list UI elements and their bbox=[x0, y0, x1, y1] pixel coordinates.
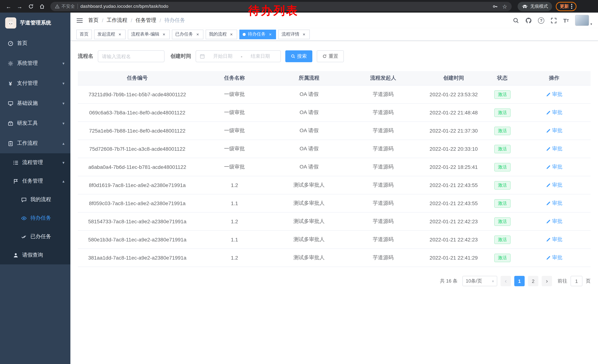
cell-id: 58154733-7ac8-11ec-a9e2-a2380e71991a bbox=[78, 212, 197, 230]
sidebar-item-process-management[interactable]: 流程管理 bbox=[0, 153, 70, 172]
cell-process: 测试多审批人 bbox=[272, 176, 346, 194]
security-indicator[interactable]: 不安全 bbox=[55, 3, 75, 9]
help-icon[interactable]: ? bbox=[538, 17, 544, 24]
tab-start-process[interactable]: 发起流程 bbox=[94, 29, 126, 39]
filter-bar: 流程名 创建时间 开始日期 - 结束日期 搜索 重 bbox=[78, 50, 590, 62]
cell-name: 1.2 bbox=[197, 249, 272, 267]
github-icon[interactable] bbox=[525, 17, 532, 24]
chevron-up-icon bbox=[62, 179, 65, 183]
page-unit-label: 页 bbox=[586, 278, 590, 284]
approve-link[interactable]: 审批 bbox=[546, 200, 562, 207]
cell-created: 2022-01-21 22:42:23 bbox=[420, 231, 487, 249]
cell-action: 审批 bbox=[518, 86, 590, 103]
chevron-up-icon bbox=[62, 141, 65, 145]
close-icon[interactable] bbox=[229, 32, 234, 37]
process-name-input[interactable] bbox=[98, 50, 165, 62]
rabbit-logo-icon bbox=[5, 17, 16, 29]
breadcrumb-separator bbox=[160, 17, 161, 23]
key-icon[interactable] bbox=[492, 4, 498, 9]
sidebar-item-todo-tasks[interactable]: 待办任务 bbox=[0, 209, 70, 227]
close-icon[interactable] bbox=[195, 32, 200, 37]
close-icon[interactable] bbox=[117, 32, 122, 37]
cell-created: 2022-01-21 22:43:55 bbox=[420, 194, 487, 212]
cell-status: 激活 bbox=[487, 176, 518, 194]
divider bbox=[77, 4, 78, 9]
approve-label: 审批 bbox=[552, 127, 562, 134]
close-icon[interactable] bbox=[162, 32, 166, 37]
approve-link[interactable]: 审批 bbox=[546, 254, 562, 261]
incognito-label: 无痕模式 bbox=[530, 3, 548, 9]
bookmark-star-icon[interactable]: ☆ bbox=[502, 4, 507, 9]
tab-done-tasks[interactable]: 已办任务 bbox=[172, 29, 203, 39]
sidebar-item-home[interactable]: 首页 bbox=[0, 33, 70, 53]
breadcrumb-separator bbox=[131, 17, 132, 23]
tab-form-edit[interactable]: 流程表单-编辑 bbox=[128, 29, 170, 39]
end-date-placeholder: 结束日期 bbox=[244, 53, 277, 60]
search-button[interactable]: 搜索 bbox=[285, 50, 312, 62]
update-button[interactable]: 更新 bbox=[556, 2, 576, 11]
cell-created: 2022-01-22 21:48:48 bbox=[420, 104, 487, 121]
eye-icon bbox=[21, 215, 27, 221]
search-icon[interactable] bbox=[513, 17, 519, 24]
sidebar-item-infra[interactable]: 基础设施 bbox=[0, 93, 70, 113]
address-bar[interactable]: 不安全 dashboard.yudao.iocoder.cn/bpm/task/… bbox=[50, 2, 512, 11]
date-range-picker[interactable]: 开始日期 - 结束日期 bbox=[196, 50, 281, 62]
chevron-down-icon bbox=[492, 279, 494, 283]
approve-link[interactable]: 审批 bbox=[546, 127, 562, 134]
page-button-2[interactable]: 2 bbox=[528, 276, 538, 286]
sidebar-item-label: 我的流程 bbox=[30, 196, 51, 203]
forward-icon[interactable]: → bbox=[15, 1, 25, 11]
prev-page-button[interactable] bbox=[500, 276, 511, 286]
approve-link[interactable]: 审批 bbox=[546, 236, 562, 243]
cell-created: 2022-01-22 20:33:10 bbox=[420, 140, 487, 158]
approve-link[interactable]: 审批 bbox=[546, 182, 562, 188]
sidebar-item-leave-query[interactable]: 请假查询 bbox=[0, 246, 70, 264]
menu-dots-icon[interactable] bbox=[571, 4, 573, 9]
tab-home[interactable]: 首页 bbox=[76, 29, 92, 39]
back-icon[interactable]: ← bbox=[4, 1, 13, 11]
approve-link[interactable]: 审批 bbox=[546, 91, 562, 98]
approve-link[interactable]: 审批 bbox=[546, 146, 562, 152]
approve-link[interactable]: 审批 bbox=[546, 109, 562, 116]
app-logo[interactable]: 芋道管理系统 bbox=[0, 13, 70, 33]
page-button-1[interactable]: 1 bbox=[514, 276, 525, 286]
next-page-button[interactable] bbox=[542, 276, 552, 286]
reload-icon[interactable] bbox=[26, 1, 36, 11]
tab-my-process[interactable]: 我的流程 bbox=[206, 29, 237, 39]
close-icon[interactable] bbox=[268, 32, 273, 37]
approve-link[interactable]: 审批 bbox=[546, 218, 562, 225]
home-icon[interactable] bbox=[37, 1, 47, 11]
sidebar-item-my-process[interactable]: 我的流程 bbox=[0, 190, 70, 209]
fullscreen-icon[interactable] bbox=[551, 17, 557, 24]
avatar[interactable] bbox=[575, 15, 589, 26]
goto-page-input[interactable] bbox=[571, 276, 582, 286]
sidebar: 芋道管理系统 首页 系统管理 ¥ 支付管理 基础设施 bbox=[0, 13, 70, 364]
cell-action: 审批 bbox=[518, 212, 590, 230]
sidebar-item-devtools[interactable]: 研发工具 bbox=[0, 113, 70, 133]
flag-icon bbox=[13, 178, 18, 184]
sidebar-item-workflow[interactable]: 工作流程 bbox=[0, 133, 70, 153]
cell-id: 8f059c03-7ac8-11ec-a9e2-a2380e71991a bbox=[78, 194, 197, 212]
sidebar-item-payment[interactable]: ¥ 支付管理 bbox=[0, 73, 70, 93]
edit-icon bbox=[546, 255, 551, 260]
tab-process-detail[interactable]: 流程详情 bbox=[278, 29, 310, 39]
page-size-select[interactable]: 10条/页 bbox=[462, 276, 497, 286]
sidebar-item-done-tasks[interactable]: 已办任务 bbox=[0, 227, 70, 246]
cell-initiator: 芋道源码 bbox=[346, 86, 420, 103]
sidebar-item-task-management[interactable]: 任务管理 bbox=[0, 172, 70, 190]
close-icon[interactable] bbox=[302, 32, 307, 37]
approve-link[interactable]: 审批 bbox=[546, 164, 562, 170]
tab-label: 流程详情 bbox=[282, 31, 299, 37]
cell-id: 725a1eb6-7b88-11ec-8ef0-acde48001122 bbox=[78, 122, 197, 140]
breadcrumb-home[interactable]: 首页 bbox=[88, 17, 99, 24]
chevron-down-icon bbox=[62, 121, 65, 125]
breadcrumb-task-management[interactable]: 任务管理 bbox=[136, 17, 156, 24]
tab-todo-tasks[interactable]: 待办任务 bbox=[239, 29, 276, 39]
reset-button[interactable]: 重置 bbox=[317, 50, 344, 62]
breadcrumb-workflow[interactable]: 工作流程 bbox=[107, 17, 127, 24]
sidebar-toggle-icon[interactable] bbox=[76, 18, 83, 23]
approve-label: 审批 bbox=[552, 200, 562, 207]
font-size-icon[interactable]: TT bbox=[563, 17, 569, 24]
sidebar-item-system[interactable]: 系统管理 bbox=[0, 53, 70, 73]
user-menu[interactable]: ▾ bbox=[575, 15, 592, 26]
